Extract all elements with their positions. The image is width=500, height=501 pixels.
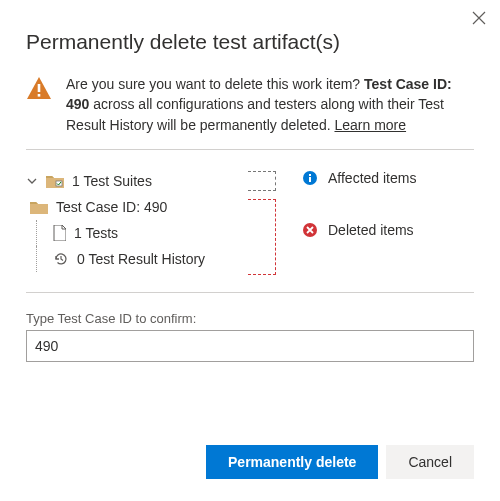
tree-label-tests: 1 Tests <box>74 225 118 241</box>
deleted-bracket <box>248 199 276 275</box>
warning-triangle-icon <box>26 76 52 100</box>
affected-bracket <box>248 171 276 191</box>
svg-rect-2 <box>56 181 62 186</box>
history-icon <box>53 251 69 267</box>
error-icon <box>302 222 318 238</box>
svg-rect-5 <box>309 174 311 176</box>
tree-row-tests[interactable]: 1 Tests <box>36 220 244 246</box>
legend-deleted-label: Deleted items <box>328 222 414 238</box>
legend: Affected items Deleted items <box>292 168 474 272</box>
divider-2 <box>26 292 474 293</box>
confirm-input[interactable] <box>26 330 474 362</box>
dialog-footer: Permanently delete Cancel <box>206 445 474 479</box>
tree-row-case[interactable]: Test Case ID: 490 <box>26 194 244 220</box>
chevron-down-icon[interactable] <box>26 175 38 187</box>
bracket-column <box>244 168 292 272</box>
divider <box>26 149 474 150</box>
warning-text-pre: Are you sure you want to delete this wor… <box>66 76 364 92</box>
legend-deleted: Deleted items <box>302 222 474 238</box>
legend-affected: Affected items <box>302 170 474 186</box>
folder-suite-icon <box>46 174 64 188</box>
svg-rect-4 <box>309 177 311 182</box>
cancel-button[interactable]: Cancel <box>386 445 474 479</box>
info-icon <box>302 170 318 186</box>
artifact-tree: 1 Test Suites Test Case ID: 490 1 Tests <box>26 168 244 272</box>
close-icon[interactable] <box>472 10 486 28</box>
legend-affected-label: Affected items <box>328 170 416 186</box>
tree-row-history[interactable]: 0 Test Result History <box>36 246 244 272</box>
learn-more-link[interactable]: Learn more <box>334 117 406 133</box>
tree-and-legend: 1 Test Suites Test Case ID: 490 1 Tests <box>26 168 474 272</box>
folder-icon <box>30 200 48 214</box>
tree-label-history: 0 Test Result History <box>77 251 205 267</box>
warning-text: Are you sure you want to delete this wor… <box>66 74 474 135</box>
tree-row-suites[interactable]: 1 Test Suites <box>26 168 244 194</box>
svg-rect-0 <box>38 84 41 92</box>
dialog-title: Permanently delete test artifact(s) <box>26 30 474 54</box>
confirm-label: Type Test Case ID to confirm: <box>26 311 474 326</box>
warning-section: Are you sure you want to delete this wor… <box>26 74 474 135</box>
tree-label-case: Test Case ID: 490 <box>56 199 167 215</box>
tree-label-suites: 1 Test Suites <box>72 173 152 189</box>
permanently-delete-button[interactable]: Permanently delete <box>206 445 378 479</box>
svg-rect-1 <box>38 94 41 97</box>
file-icon <box>53 225 66 241</box>
